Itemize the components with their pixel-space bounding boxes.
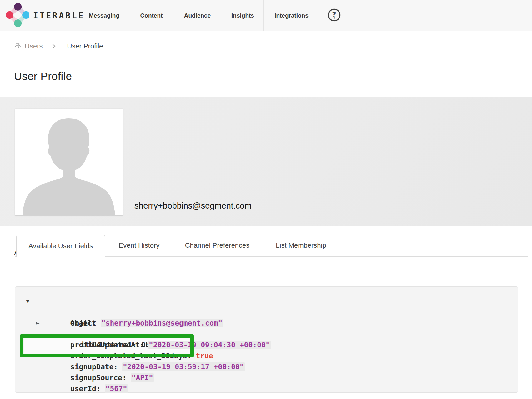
tab-channel-preferences[interactable]: Channel Preferences <box>180 235 254 256</box>
breadcrumb: Users User Profile <box>14 42 103 50</box>
json-root-row: ▼ Object <box>15 296 518 307</box>
chevron-right-icon <box>52 43 56 49</box>
json-row-email: email: "sherry+bobbins@segment.com" <box>15 307 518 318</box>
triangle-right-icon[interactable]: ► <box>36 318 40 329</box>
user-profile-screen: ITERABLE Messaging Content Audience Insi… <box>0 0 532 399</box>
json-row-profileupdatedat: profileUpdatedAt: "2020-03-19 09:04:30 +… <box>15 329 518 340</box>
json-key: userId: <box>70 385 101 393</box>
json-row-itblinternal: ► itblInternal: Object <box>15 318 518 329</box>
tab-event-history[interactable]: Event History <box>116 235 162 256</box>
brand-wordmark: ITERABLE <box>33 11 85 20</box>
nav-item-messaging[interactable]: Messaging <box>78 0 130 31</box>
user-fields-json-panel: ▼ Object email: "sherry+bobbins@segment.… <box>15 286 518 393</box>
breadcrumb-users-link[interactable]: Users <box>25 42 43 50</box>
json-row-signupsource: signupSource: "API" <box>15 361 518 372</box>
avatar <box>15 109 123 215</box>
tab-available-user-fields[interactable]: Available User Fields <box>16 235 105 257</box>
json-row-order-completed-last-30days: order_completed_last_30days: true <box>15 340 518 351</box>
question-circle-icon: ? <box>327 8 341 23</box>
json-row-userid: userId: "567" <box>15 372 518 383</box>
nav-item-insights[interactable]: Insights <box>222 0 264 31</box>
profile-hero: sherry+bobbins@segment.com <box>0 97 532 226</box>
json-row-signupdate: signupDate: "2020-03-19 03:59:17 +00:00" <box>15 351 518 361</box>
profile-email: sherry+bobbins@segment.com <box>134 201 252 211</box>
brand[interactable]: ITERABLE <box>0 0 78 31</box>
page-title: User Profile <box>14 70 72 83</box>
json-tree: ▼ Object email: "sherry+bobbins@segment.… <box>15 287 518 383</box>
json-string-value: "567" <box>105 384 128 393</box>
nav-item-audience[interactable]: Audience <box>173 0 222 31</box>
nav-item-integrations[interactable]: Integrations <box>264 0 319 31</box>
breadcrumb-current: User Profile <box>67 42 103 50</box>
iterable-logo-icon <box>6 3 29 28</box>
nav-item-content[interactable]: Content <box>130 0 173 31</box>
svg-text:?: ? <box>332 10 336 18</box>
help-button[interactable]: ? <box>319 0 349 31</box>
triangle-down-icon[interactable]: ▼ <box>26 296 30 307</box>
tab-list-membership[interactable]: List Membership <box>271 235 331 256</box>
users-icon <box>14 42 22 50</box>
top-nav: ITERABLE Messaging Content Audience Insi… <box>0 0 532 31</box>
